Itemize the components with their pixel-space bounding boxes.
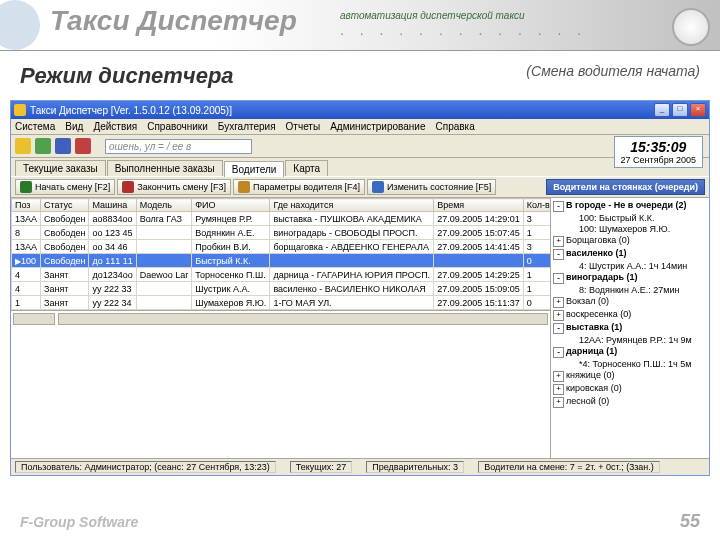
table-row[interactable]: 4Занятдо1234ооDaewoo LarТорносенко П.Ш.д… — [12, 268, 551, 282]
table-row[interactable]: 4Занятуу 222 33Шустрик А.А.василенко - В… — [12, 282, 551, 296]
start-shift-button[interactable]: Начать смену [F2] — [15, 179, 115, 195]
change-state-button[interactable]: Изменить состояние [F5] — [367, 179, 496, 195]
col-header[interactable]: ФИО — [192, 199, 270, 212]
close-button[interactable]: × — [690, 103, 706, 117]
titlebar[interactable]: Такси Диспетчер [Ver. 1.5.0.12 (13.09.20… — [11, 101, 709, 119]
menu-admin[interactable]: Администрирование — [330, 121, 425, 132]
tree-node[interactable]: 12АА: Румянцев Р.Р.: 1ч 9м — [553, 335, 707, 346]
col-header[interactable]: Статус — [41, 199, 89, 212]
status-pre: Предварительных: 3 — [366, 461, 464, 473]
driver-toolbar: Начать смену [F2] Закончить смену [F3] П… — [11, 176, 709, 198]
col-header[interactable]: Поз — [12, 199, 41, 212]
tree-node[interactable]: -дарница (1) — [553, 346, 707, 359]
decor-dots: · · · · · · · · · · · · · — [340, 25, 587, 41]
table-row[interactable]: 8Свободеноо 123 45Водянкин А.Е.винограда… — [12, 226, 551, 240]
menu-help[interactable]: Справка — [436, 121, 475, 132]
tree-node[interactable]: +Вокзал (0) — [553, 296, 707, 309]
col-header[interactable]: Машина — [89, 199, 136, 212]
clock-panel: 15:35:09 27 Сентября 2005 — [614, 136, 703, 168]
window-title: Такси Диспетчер [Ver. 1.5.0.12 (13.09.20… — [30, 105, 232, 116]
col-header[interactable]: Где находится — [270, 199, 434, 212]
clock-time: 15:35:09 — [621, 139, 696, 155]
subheader: Режим диспетчера (Смена водителя начата) — [0, 51, 720, 97]
grid-scrollbar[interactable] — [11, 310, 550, 327]
menu-system[interactable]: Система — [15, 121, 55, 132]
content-area: ПозСтатусМашинаМодельФИОГде находитсяВре… — [11, 198, 709, 458]
table-row[interactable]: 1Занятуу 222 34Шумахеров Я.Ю.1-ГО МАЯ УЛ… — [12, 296, 551, 310]
queue-tree-panel: -В городе - Не в очереди (2)100: Быстрый… — [550, 198, 709, 458]
minimize-button[interactable]: _ — [654, 103, 670, 117]
tree-node[interactable]: 100: Быстрый К.К. — [553, 213, 707, 224]
toolbar: ошень, ул = / ее в 15:35:09 27 Сентября … — [11, 135, 709, 158]
slide-footer: F-Group Software 55 — [20, 511, 700, 532]
user-icon[interactable] — [35, 138, 51, 154]
tree-node[interactable]: -выставка (1) — [553, 322, 707, 335]
app-window: Такси Диспетчер [Ver. 1.5.0.12 (13.09.20… — [10, 100, 710, 476]
tree-node[interactable]: +воскресенка (0) — [553, 309, 707, 322]
menu-reports[interactable]: Отчеты — [286, 121, 321, 132]
tree-node[interactable]: 100: Шумахеров Я.Ю. — [553, 224, 707, 235]
operator-avatar — [0, 0, 40, 50]
table-row[interactable]: 13ААСвободенао8834ооВолга ГАЗРумянцев Р.… — [12, 212, 551, 226]
table-row[interactable]: 13ААСвободеноо 34 46Пробкин В.И.борщагов… — [12, 240, 551, 254]
tree-node[interactable]: -В городе - Не в очереди (2) — [553, 200, 707, 213]
state-icon — [372, 181, 384, 193]
tree-node[interactable]: *4: Торносенко П.Ш.: 1ч 5м — [553, 359, 707, 370]
menu-accounting[interactable]: Бухгалтерия — [218, 121, 276, 132]
queue-header: Водители на стоянках (очереди) — [546, 179, 705, 195]
queue-tree[interactable]: -В городе - Не в очереди (2)100: Быстрый… — [551, 198, 709, 411]
tab-drivers[interactable]: Водители — [224, 161, 285, 177]
app-icon — [14, 104, 26, 116]
page-title: Режим диспетчера — [20, 63, 234, 89]
page-header: Такси Диспетчер автоматизация диспетчерс… — [0, 0, 720, 51]
tree-node[interactable]: +Борщаговка (0) — [553, 235, 707, 248]
menubar: Система Вид Действия Справочники Бухгалт… — [11, 119, 709, 135]
status-user: Пользователь: Администратор; (сеанс: 27 … — [15, 461, 276, 473]
tagline: автоматизация диспетчерской такси — [340, 10, 525, 21]
page-note: (Смена водителя начата) — [526, 63, 700, 89]
maximize-button[interactable]: □ — [672, 103, 688, 117]
tree-node[interactable]: 4: Шустрик А.А.: 1ч 14мин — [553, 261, 707, 272]
tab-done[interactable]: Выполненные заказы — [107, 160, 223, 176]
decor-circle — [672, 8, 710, 46]
book-icon[interactable] — [55, 138, 71, 154]
statusbar: Пользователь: Администратор; (сеанс: 27 … — [11, 458, 709, 475]
start-icon — [20, 181, 32, 193]
app-title: Такси Диспетчер — [50, 5, 297, 37]
menu-actions[interactable]: Действия — [93, 121, 137, 132]
status-current: Текущих: 27 — [290, 461, 352, 473]
end-shift-button[interactable]: Закончить смену [F3] — [117, 179, 231, 195]
col-header[interactable]: Кол-во заказов — [523, 199, 550, 212]
tab-current[interactable]: Текущие заказы — [15, 160, 106, 176]
driver-params-button[interactable]: Параметры водителя [F4] — [233, 179, 365, 195]
footer-company: F-Group Software — [20, 514, 138, 530]
col-header[interactable]: Время — [434, 199, 524, 212]
menu-refs[interactable]: Справочники — [147, 121, 208, 132]
clock-date: 27 Сентября 2005 — [621, 155, 696, 165]
tree-node[interactable]: +лесной (0) — [553, 396, 707, 409]
refresh-icon[interactable] — [75, 138, 91, 154]
main-tabs: Текущие заказы Выполненные заказы Водите… — [11, 158, 709, 176]
drivers-grid[interactable]: ПозСтатусМашинаМодельФИОГде находитсяВре… — [11, 198, 550, 458]
stop-icon — [122, 181, 134, 193]
tree-node[interactable]: +княжице (0) — [553, 370, 707, 383]
address-input[interactable]: ошень, ул = / ее в — [105, 139, 252, 154]
params-icon — [238, 181, 250, 193]
tree-node[interactable]: +кировская (0) — [553, 383, 707, 396]
col-header[interactable]: Модель — [136, 199, 192, 212]
tree-node[interactable]: -василенко (1) — [553, 248, 707, 261]
menu-view[interactable]: Вид — [65, 121, 83, 132]
tab-map[interactable]: Карта — [285, 160, 328, 176]
tree-node[interactable]: -виноградарь (1) — [553, 272, 707, 285]
status-drivers: Водители на смене: 7 = 2т. + 0ст.; (3зан… — [478, 461, 660, 473]
table-row[interactable]: 100Свободендо 111 11Быстрый К.К.0 — [12, 254, 551, 268]
footer-page: 55 — [680, 511, 700, 532]
key-icon[interactable] — [15, 138, 31, 154]
tree-node[interactable]: 8: Водянкин А.Е.: 27мин — [553, 285, 707, 296]
